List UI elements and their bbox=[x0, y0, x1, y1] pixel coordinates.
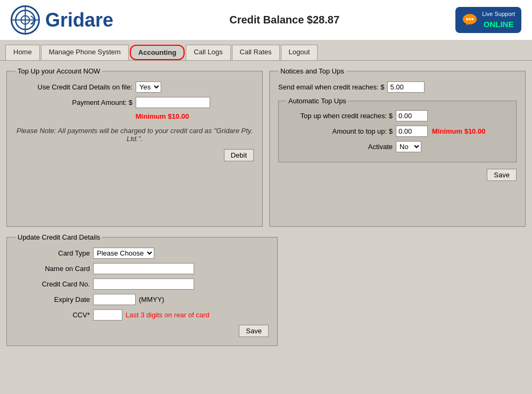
live-support-label: Live Support bbox=[482, 10, 515, 18]
credit-card-panel: Update Credit Card Details Card Type Ple… bbox=[6, 233, 278, 346]
cc-number-label: Credit Card No. bbox=[15, 280, 90, 288]
autotopup-title: Automatic Top Ups bbox=[286, 97, 348, 105]
activate-row: Activate No Yes bbox=[286, 141, 509, 152]
name-on-card-label: Name on Card bbox=[15, 265, 90, 273]
svg-point-10 bbox=[471, 18, 473, 20]
card-type-select[interactable]: Please Choose Visa Mastercard Amex bbox=[93, 248, 154, 259]
svg-point-9 bbox=[469, 18, 471, 20]
card-type-row: Card Type Please Choose Visa Mastercard … bbox=[15, 248, 269, 259]
amount-minimum-note: Minimum $10.00 bbox=[432, 127, 485, 135]
ccv-row: CCV* Last 3 digits on rear of card bbox=[15, 309, 269, 321]
expiry-date-row: Expiry Date (MMYY) bbox=[15, 294, 269, 305]
ccv-note: Last 3 digits on rear of card bbox=[126, 311, 210, 319]
main-content: Top Up your Account NOW Use Credit Card … bbox=[0, 61, 532, 352]
amount-topup-label: Amount to top up: $ bbox=[286, 127, 393, 135]
tab-logout[interactable]: Logout bbox=[281, 45, 318, 60]
amount-topup-input[interactable] bbox=[396, 126, 428, 137]
save-btn-container-notices: Save bbox=[278, 169, 517, 181]
tab-accounting[interactable]: Accounting bbox=[130, 45, 185, 60]
credit-card-label: Use Credit Card Details on file: bbox=[15, 83, 132, 91]
nav-bar: Home Manage Phone System Accounting Call… bbox=[0, 40, 532, 61]
top-row: Top Up your Account NOW Use Credit Card … bbox=[6, 67, 526, 227]
send-email-row: Send email when credit reaches: $ bbox=[278, 81, 517, 93]
logo-text: Gridare bbox=[45, 9, 113, 31]
live-support-badge[interactable]: Live Support ONLINE bbox=[455, 7, 521, 32]
send-email-input[interactable] bbox=[387, 81, 425, 93]
cc-number-input[interactable] bbox=[93, 278, 194, 290]
notices-panel-title: Notices and Top Ups bbox=[278, 67, 346, 75]
svg-point-8 bbox=[466, 18, 468, 20]
payment-note: Please Note: All payments will be charge… bbox=[15, 127, 254, 143]
notices-save-button[interactable]: Save bbox=[487, 169, 517, 181]
cc-save-button[interactable]: Save bbox=[239, 325, 269, 337]
tab-manage-phone[interactable]: Manage Phone System bbox=[41, 45, 129, 60]
activate-select[interactable]: No Yes bbox=[396, 141, 421, 152]
credit-card-row: Use Credit Card Details on file: Yes No bbox=[15, 81, 254, 93]
payment-amount-input[interactable] bbox=[136, 97, 210, 108]
autotopup-panel: Automatic Top Ups Top up when credit rea… bbox=[278, 97, 517, 162]
credit-balance: Credit Balance $28.87 bbox=[229, 14, 339, 26]
tab-call-logs[interactable]: Call Logs bbox=[186, 45, 230, 60]
gridare-logo-icon bbox=[11, 5, 40, 35]
expiry-hint: (MMYY) bbox=[139, 296, 164, 303]
debit-btn-container: Debit bbox=[15, 149, 254, 161]
logo-area: Gridare bbox=[11, 5, 113, 35]
header: Gridare Credit Balance $28.87 Live Suppo… bbox=[0, 0, 532, 40]
credit-card-panel-title: Update Credit Card Details bbox=[15, 233, 102, 241]
name-on-card-input[interactable] bbox=[93, 263, 194, 274]
expiry-date-label: Expiry Date bbox=[15, 296, 90, 303]
name-on-card-row: Name on Card bbox=[15, 263, 269, 274]
topup-when-label: Top up when credit reaches: $ bbox=[286, 112, 393, 120]
live-support-status: ONLINE bbox=[482, 19, 515, 30]
card-type-label: Card Type bbox=[15, 249, 90, 257]
topup-panel-title: Top Up your Account NOW bbox=[15, 67, 102, 75]
send-email-label: Send email when credit reaches: $ bbox=[278, 83, 384, 91]
cc-save-btn-container: Save bbox=[15, 325, 269, 337]
notices-panel: Notices and Top Ups Send email when cred… bbox=[269, 67, 526, 227]
minimum-note: Minimum $10.00 bbox=[136, 112, 189, 120]
topup-when-input[interactable] bbox=[396, 110, 428, 121]
minimum-note-row: Minimum $10.00 bbox=[69, 112, 254, 120]
tab-home[interactable]: Home bbox=[5, 45, 40, 60]
chat-bubble-icon bbox=[462, 12, 478, 28]
debit-button[interactable]: Debit bbox=[224, 149, 254, 161]
tab-call-rates[interactable]: Call Rates bbox=[232, 45, 280, 60]
ccv-label: CCV* bbox=[15, 311, 90, 319]
amount-topup-row: Amount to top up: $ Minimum $10.00 bbox=[286, 126, 509, 137]
expiry-date-input[interactable] bbox=[93, 294, 136, 305]
ccv-input[interactable] bbox=[93, 309, 122, 321]
payment-amount-row: Payment Amount: $ bbox=[15, 97, 254, 108]
topup-when-row: Top up when credit reaches: $ bbox=[286, 110, 509, 121]
credit-card-select[interactable]: Yes No bbox=[136, 81, 161, 93]
activate-label: Activate bbox=[286, 143, 393, 151]
topup-panel: Top Up your Account NOW Use Credit Card … bbox=[6, 67, 263, 227]
payment-amount-label: Payment Amount: $ bbox=[15, 98, 132, 106]
cc-number-row: Credit Card No. bbox=[15, 278, 269, 290]
